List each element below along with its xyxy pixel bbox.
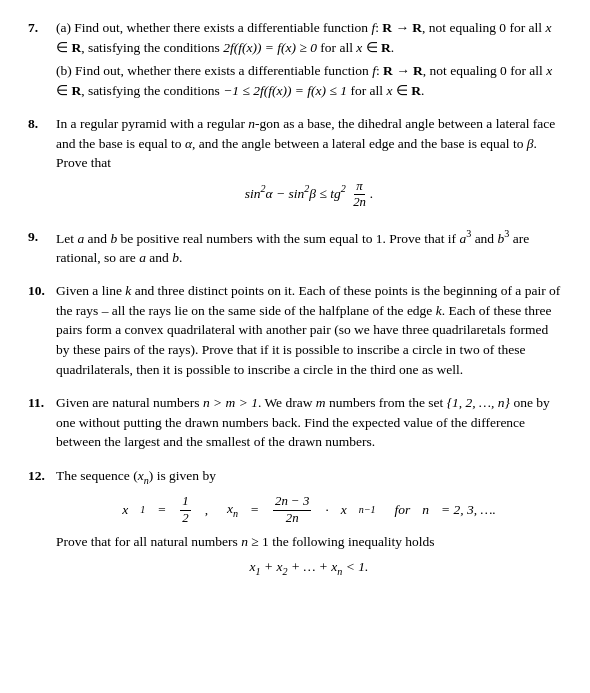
problem-8-text: In a regular pyramid with a regular n-go… — [56, 114, 562, 173]
problem-7b: (b) Find out, whether there exists a dif… — [56, 61, 562, 100]
problem-11-text: Given are natural numbers n > m > 1. We … — [56, 393, 562, 452]
problem-10-number: 10. — [28, 281, 56, 301]
problem-8-content: In a regular pyramid with a regular n-go… — [56, 114, 562, 216]
problem-8-number: 8. — [28, 114, 56, 134]
problem-9-number: 9. — [28, 227, 56, 247]
problem-11-number: 11. — [28, 393, 56, 413]
problem-11: 11. Given are natural numbers n > m > 1.… — [28, 393, 562, 456]
problem-12-prove-text: Prove that for all natural numbers n ≥ 1… — [56, 532, 562, 552]
problem-7a: (a) Find out, whether there exists a dif… — [56, 18, 562, 57]
problem-12-number: 12. — [28, 466, 56, 486]
problem-10-content: Given a line k and three distinct points… — [56, 281, 562, 383]
problem-9: 9. Let a and b be positive real numbers … — [28, 227, 562, 272]
problem-10: 10. Given a line k and three distinct po… — [28, 281, 562, 383]
problem-7: 7. (a) Find out, whether there exists a … — [28, 18, 562, 104]
problem-9-text: Let a and b be positive real numbers wit… — [56, 227, 562, 268]
problem-10-text: Given a line k and three distinct points… — [56, 281, 562, 379]
problem-12-formula: x1 = 1 2 , xn = 2n − 3 2n · xn−1 for n =… — [56, 494, 562, 526]
problem-7-number: 7. — [28, 18, 56, 38]
problem-11-content: Given are natural numbers n > m > 1. We … — [56, 393, 562, 456]
problem-8: 8. In a regular pyramid with a regular n… — [28, 114, 562, 216]
problem-12-intro: The sequence (xn) is given by — [56, 466, 562, 488]
problem-7-content: (a) Find out, whether there exists a dif… — [56, 18, 562, 104]
problem-12-inequality: x1 + x2 + … + xn < 1. — [56, 557, 562, 579]
problem-9-content: Let a and b be positive real numbers wit… — [56, 227, 562, 272]
problem-8-formula: sin2α − sin2β ≤ tg2 π 2n . — [56, 179, 562, 211]
problem-12-content: The sequence (xn) is given by x1 = 1 2 ,… — [56, 466, 562, 585]
problem-12: 12. The sequence (xn) is given by x1 = 1… — [28, 466, 562, 585]
